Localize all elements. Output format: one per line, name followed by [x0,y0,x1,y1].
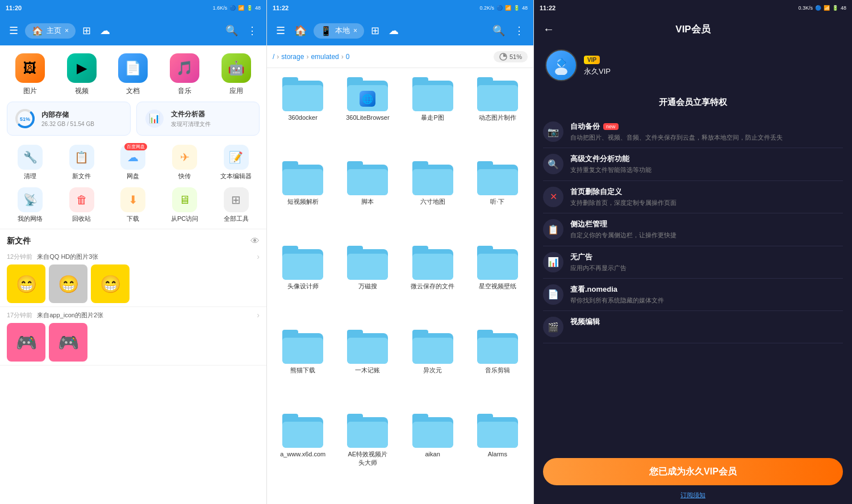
folder-x6d[interactable]: a_www.x6d.com [272,409,334,499]
top-bar-2: ☰ 🏠 📱 本地 × ⊞ ☁ 🔍 ⋮ [267,16,533,45]
tool-download[interactable]: ⬇ 下载 [110,187,157,223]
tool-clean[interactable]: 🔧 清理 [7,145,54,180]
battery-pct-3: 48 [841,5,846,11]
folder-ae[interactable]: AE特效视频片头大师 [336,409,399,499]
tab-home[interactable]: 🏠 主页 × [25,23,76,39]
benefit-homepage-name: 首页删除自定义 [570,187,622,197]
benefit-sidebar-icon: 📋 [543,219,563,240]
cat-docs-label: 文档 [126,86,140,96]
tool-transfer[interactable]: ✈ 快传 [161,145,208,180]
folder-map[interactable]: 六寸地图 [402,157,464,238]
breadcrumb-slash[interactable]: / [273,53,274,61]
tool-cloud[interactable]: ☁ 百度网盘 网盘 [110,145,157,180]
tool-network-label: 我的网络 [18,215,43,223]
folder-musiccut-icon [477,330,518,364]
cat-apps[interactable]: 🤖 应用 [212,53,260,96]
cat-images[interactable]: 🖼 图片 [7,53,54,96]
benefit-sidebar: 📋 侧边栏管理 自定义你的专属侧边栏，让操作更快捷 [543,213,843,246]
benefit-videoedit-text: 视频编辑 [570,317,843,329]
tool-pc[interactable]: 🖥 从PC访问 [161,187,208,223]
folder-musiccut[interactable]: 音乐剪辑 [466,325,529,407]
breadcrumb-emulated[interactable]: emulated [311,53,339,61]
tool-editor-label: 文本编辑器 [220,172,252,180]
home-icon-2[interactable]: 🏠 [292,22,309,39]
tab-local[interactable]: 📱 本地 × [314,23,364,39]
battery-3: 🔋 [832,5,838,11]
tab-home-close[interactable]: × [65,27,69,35]
cat-video[interactable]: ▶ 视频 [59,53,106,96]
menu-icon-1[interactable]: ☰ [7,22,20,39]
tool-newfile[interactable]: 📋 新文件 [59,145,106,180]
folder-panda[interactable]: 熊猫下载 [272,325,334,407]
tool-editor[interactable]: 📝 文本编辑器 [212,145,260,180]
folder-avatar[interactable]: 头像设计师 [272,241,334,323]
folder-360docker[interactable]: 360docker [272,73,334,154]
cat-music[interactable]: 🎵 音乐 [161,53,208,96]
storage-donut: 51% [14,108,36,129]
folder-magnet-label: 万磁搜 [358,282,377,290]
folder-yiciyuan[interactable]: 异次元 [402,325,464,407]
vip-username: 永久VIP [584,66,611,77]
benefit-analyzer-icon: 🔍 [543,154,563,174]
thumb-1-2: 😁 [49,264,87,303]
folder-starwall[interactable]: 星空视频壁纸 [466,241,529,323]
tab-local-close[interactable]: × [353,27,357,35]
folder-magnet[interactable]: 万磁搜 [336,241,399,323]
search-icon-1[interactable]: 🔍 [223,22,240,39]
folder-listen[interactable]: 听·下 [466,157,529,238]
folder-ae-icon [347,414,388,448]
back-button[interactable]: ← [543,23,554,36]
tool-editor-icon: 📝 [224,145,249,170]
subscribe-link[interactable]: 订阅须知 [680,492,705,498]
storage-used: 26.32 GB / 51.54 GB [41,121,123,127]
tool-trash[interactable]: 🗑 回收站 [59,187,106,223]
folder-shortvid[interactable]: 短视频解析 [272,157,334,238]
folder-baozou[interactable]: 暴走P图 [402,73,464,154]
cloud-icon-1[interactable]: ☁ [98,22,112,39]
breadcrumb-storage[interactable]: storage [281,53,304,61]
folder-aikan[interactable]: aikan [402,409,464,499]
cloud-icon-2[interactable]: ☁ [386,22,401,39]
file-group-2[interactable]: 17分钟前 来自app_icon的图片2张 › 🎮 🎮 [0,307,266,366]
benefit-noad-name: 无广告 [570,252,592,262]
folder-yimu[interactable]: 一木记账 [336,325,399,407]
storage-pct-btn[interactable]: 51% [494,51,528,62]
cat-music-icon: 🎵 [170,53,199,83]
folder-yimu-icon [347,330,388,364]
svg-text:51%: 51% [20,116,30,122]
tool-network[interactable]: 📡 我的网络 [7,187,54,223]
cat-apps-icon: 🤖 [222,53,251,83]
folder-dynamic[interactable]: 动态图片制作 [466,73,529,154]
vip-profile: 🔷 VIP 永久VIP [534,43,852,93]
tool-all[interactable]: ⊞ 全部工具 [212,187,260,223]
folder-weiyun[interactable]: 微云保存的文件 [402,241,464,323]
benefit-noad-desc: 应用内不再显示广告 [570,264,843,272]
folder-script[interactable]: 脚本 [336,157,399,238]
network-speed-3: 0.3K/s [798,5,813,11]
time-2: 11:22 [273,5,289,11]
folder-360litebrowser[interactable]: 🌐 360LiteBrowser [336,73,399,154]
benefit-noad: 📊 无广告 应用内不再显示广告 [543,246,843,279]
cat-docs[interactable]: 📄 文档 [110,53,157,96]
internal-storage-card[interactable]: 51% 内部存储 26.32 GB / 51.54 GB [7,102,131,136]
folder-alarms-icon [477,414,518,448]
search-icon-2[interactable]: 🔍 [490,22,507,39]
file-group-1[interactable]: 12分钟前 来自QQ HD的图片3张 › 😁 😁 😁 [0,249,266,307]
vip-cta-button[interactable]: 您已成为永久VIP会员 [543,458,843,485]
more-icon-1[interactable]: ⋮ [245,22,260,39]
benefit-nomedia-name: 查看.nomedia [570,284,617,295]
breadcrumb-0[interactable]: 0 [346,53,350,61]
tool-all-label: 全部工具 [224,215,249,223]
folder-yiciyuan-icon [412,330,453,364]
eye-icon[interactable]: 👁 [250,236,260,246]
panel-toggle-1[interactable]: ⊞ [80,22,93,39]
folder-360docker-icon [282,77,323,111]
menu-icon-2[interactable]: ☰ [274,22,287,39]
vip-header: ← VIP会员 [534,16,852,43]
folder-alarms[interactable]: Alarms [466,409,529,499]
thumb-2-2: 🎮 [49,323,87,362]
status-icons-3: 0.3K/s 🔵 📶 🔋 48 [798,5,846,11]
panel-toggle-2[interactable]: ⊞ [369,22,382,39]
more-icon-2[interactable]: ⋮ [512,22,527,39]
file-analyzer-card[interactable]: 📊 文件分析器 发现可清理文件 [136,102,260,136]
